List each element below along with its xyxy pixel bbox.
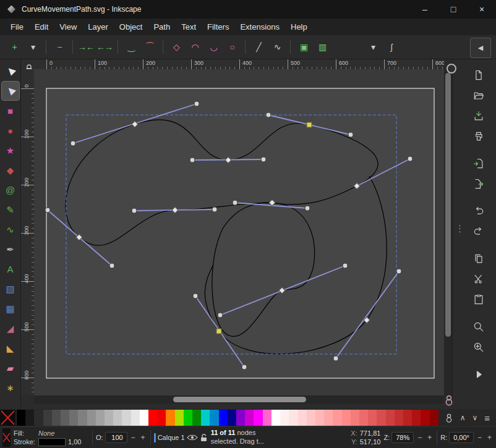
redo-button[interactable] xyxy=(470,224,487,239)
horizontal-scrollbar-thumb[interactable] xyxy=(173,397,306,402)
paste-button[interactable] xyxy=(470,292,487,307)
bucket-tool[interactable]: ◣ xyxy=(2,339,19,357)
control-handle[interactable] xyxy=(242,365,247,370)
zoom-decrease-button[interactable]: − xyxy=(416,433,424,442)
menu-filters[interactable]: Filters xyxy=(202,19,234,35)
palette-swatch-25[interactable] xyxy=(236,410,245,426)
path-node-selected[interactable] xyxy=(216,329,221,334)
show-handles-button[interactable]: ∫ xyxy=(382,38,401,56)
cut-button[interactable] xyxy=(470,272,487,287)
palette-swatch-0[interactable] xyxy=(17,410,25,426)
path-node-selected[interactable] xyxy=(307,122,312,127)
palette-swatch-12[interactable] xyxy=(122,410,130,426)
opacity-increase-button[interactable]: + xyxy=(139,433,147,442)
control-handle[interactable] xyxy=(71,141,75,146)
stroke-to-path-button[interactable]: ▥ xyxy=(313,38,331,56)
node-auto-button[interactable]: ○ xyxy=(223,38,241,56)
menu-help[interactable]: Help xyxy=(285,19,313,35)
palette-swatch-none[interactable] xyxy=(0,410,15,426)
menu-view[interactable]: View xyxy=(54,19,82,35)
menu-edit[interactable]: Edit xyxy=(29,19,54,35)
rectangle-tool[interactable]: ■ xyxy=(2,101,19,120)
fill-value[interactable]: None xyxy=(38,429,54,437)
ruler-left[interactable]: 0100200300400500600 xyxy=(21,69,34,395)
text-tool[interactable]: A xyxy=(2,260,19,278)
break-nodes-button[interactable]: ←→ xyxy=(95,38,114,56)
palette-swatch-9[interactable] xyxy=(96,410,105,426)
gradient-tool[interactable]: ▧ xyxy=(2,279,19,298)
palette-swatch-29[interactable] xyxy=(272,410,280,426)
print-button[interactable] xyxy=(470,129,487,144)
layer-unlock-icon[interactable] xyxy=(200,433,208,442)
node-cusp-button[interactable]: ◇ xyxy=(167,38,186,56)
palette-swatch-8[interactable] xyxy=(87,410,96,426)
segment-curve-button[interactable]: ∿ xyxy=(268,38,286,56)
control-handle[interactable] xyxy=(348,132,353,137)
palette-swatch-42[interactable] xyxy=(386,410,395,426)
undo-button[interactable] xyxy=(470,204,487,219)
menu-file[interactable]: File xyxy=(5,19,29,35)
spray-tool[interactable]: ∗ xyxy=(2,378,19,397)
palette-swatch-17[interactable] xyxy=(166,410,174,426)
spiral-tool[interactable]: @ xyxy=(2,180,19,199)
menu-path[interactable]: Path xyxy=(148,19,176,35)
control-handle[interactable] xyxy=(233,200,237,205)
save-document-button[interactable] xyxy=(470,109,487,124)
menu-text[interactable]: Text xyxy=(176,19,202,35)
palette-swatch-36[interactable] xyxy=(333,410,341,426)
control-handle[interactable] xyxy=(193,294,198,298)
palette-swatch-22[interactable] xyxy=(210,410,218,426)
zoom-drawing-button[interactable] xyxy=(470,319,487,334)
rotation-increase-button[interactable]: + xyxy=(485,433,494,442)
palette-scroll-down[interactable]: ∨ xyxy=(472,413,477,422)
palette-menu-button[interactable]: ≡ xyxy=(484,413,490,423)
insert-node-dropdown[interactable]: ▾ xyxy=(24,38,42,56)
minimize-button[interactable]: – xyxy=(411,0,439,19)
calligraphy-tool[interactable]: ✒ xyxy=(2,240,19,258)
zoom-input[interactable]: 78% xyxy=(391,432,414,443)
node-symmetric-button[interactable]: ◡ xyxy=(204,38,223,56)
close-button[interactable]: × xyxy=(468,0,496,19)
box3d-tool[interactable]: ◆ xyxy=(2,161,19,179)
vertical-scrollbar[interactable] xyxy=(444,69,452,395)
opacity-input[interactable]: 100 xyxy=(105,432,127,443)
palette-swatch-35[interactable] xyxy=(324,410,333,426)
object-to-path-button[interactable]: ▣ xyxy=(294,38,313,56)
show-dialogs-button[interactable] xyxy=(470,367,487,382)
insert-node-button[interactable]: + xyxy=(5,38,24,56)
duplicate-button[interactable] xyxy=(470,251,487,266)
current-layer-dropdown[interactable]: Calque 1 xyxy=(158,434,185,441)
palette-swatch-30[interactable] xyxy=(280,410,289,426)
palette-swatch-40[interactable] xyxy=(368,410,377,426)
control-handle[interactable] xyxy=(266,112,271,117)
vertical-scrollbar-thumb[interactable] xyxy=(445,73,451,337)
ellipse-tool[interactable]: ● xyxy=(2,121,19,140)
control-handle[interactable] xyxy=(194,101,199,106)
palette-swatch-20[interactable] xyxy=(192,410,201,426)
export-button[interactable] xyxy=(470,177,487,192)
selector-tool[interactable]: ▶ xyxy=(2,62,19,80)
control-handle[interactable] xyxy=(45,208,50,213)
control-handle[interactable] xyxy=(343,263,348,268)
dropper-tool[interactable]: ◢ xyxy=(2,319,19,337)
palette-swatch-46[interactable] xyxy=(421,410,429,426)
ruler-top[interactable]: 0100200300400500600700800 xyxy=(34,59,444,69)
palette-swatch-41[interactable] xyxy=(377,410,385,426)
segment-line-button[interactable]: ╱ xyxy=(249,38,268,56)
palette-swatch-10[interactable] xyxy=(105,410,113,426)
palette-swatch-18[interactable] xyxy=(175,410,184,426)
palette-swatch-33[interactable] xyxy=(307,410,315,426)
delete-segment-button[interactable]: ⁀ xyxy=(140,38,159,56)
palette-swatch-26[interactable] xyxy=(245,410,254,426)
palette-scroll-up[interactable]: ∧ xyxy=(460,413,466,422)
palette-swatch-4[interactable] xyxy=(52,410,61,426)
opacity-decrease-button[interactable]: − xyxy=(129,433,137,442)
palette-swatch-11[interactable] xyxy=(113,410,122,426)
palette-swatch-19[interactable] xyxy=(184,410,192,426)
palette-swatch-28[interactable] xyxy=(263,410,272,426)
mesh-tool[interactable]: ▦ xyxy=(2,299,19,318)
eraser-tool[interactable]: ▰ xyxy=(2,358,19,377)
delete-node-button[interactable]: − xyxy=(50,38,69,56)
palette-swatch-3[interactable] xyxy=(43,410,52,426)
join-nodes-button[interactable]: →← xyxy=(77,38,95,56)
